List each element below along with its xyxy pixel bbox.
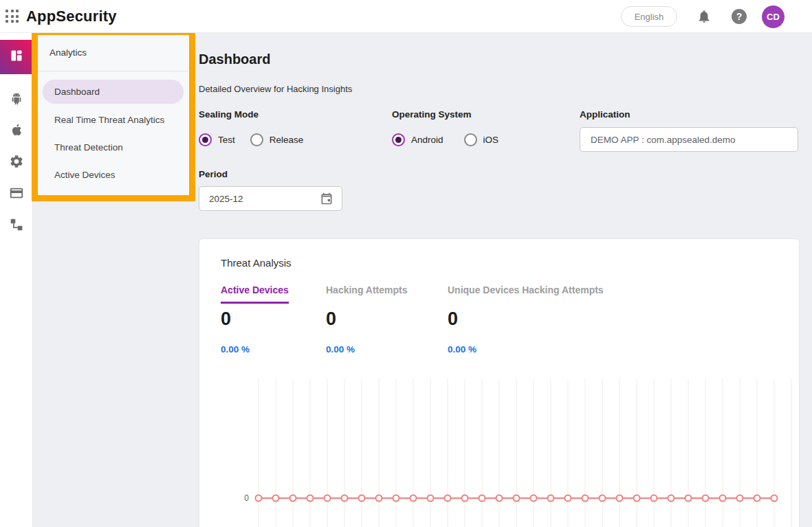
dashboard-icon — [10, 49, 23, 65]
line-chart: 0 — [199, 377, 799, 527]
sidebar-item-android[interactable] — [0, 84, 33, 115]
radio-ios[interactable] — [464, 133, 477, 146]
menu-item-dashboard[interactable]: Dashboard — [43, 80, 184, 104]
top-bar: AppSecurity English ? CD — [0, 0, 812, 33]
radio-android[interactable] — [392, 133, 405, 146]
operating-system-label: Operating System — [392, 109, 472, 120]
threat-analysis-card: Threat Analysis Active Devices Hacking A… — [199, 238, 800, 527]
period-value: 2025-12 — [209, 194, 320, 204]
language-label: English — [635, 12, 664, 22]
sidebar-item-dashboard[interactable] — [0, 40, 33, 74]
stat-value-unique-devices: 0 — [448, 309, 458, 330]
menu-item-threat-detection[interactable]: Threat Detection — [54, 142, 123, 153]
application-value: DEMO APP : com.appsealed.demo — [591, 135, 736, 145]
page: AppSecurity English ? CD — [0, 0, 812, 527]
menu-item-real-time-threat-analytics[interactable]: Real Time Threat Analytics — [54, 115, 164, 125]
period-label: Period — [199, 169, 228, 179]
radio-test[interactable] — [199, 133, 212, 146]
application-select[interactable]: DEMO APP : com.appsealed.demo — [580, 127, 798, 152]
language-selector[interactable]: English — [621, 6, 677, 27]
radio-android-label[interactable]: Android — [411, 135, 443, 145]
tab-hacking-attempts[interactable]: Hacking Attempts — [326, 284, 408, 302]
app-logo: AppSecurity — [26, 8, 117, 25]
user-avatar[interactable]: CD — [762, 5, 784, 28]
sidebar-item-billing[interactable] — [0, 179, 33, 210]
settings-gear-icon — [9, 154, 24, 172]
sidebar-item-hierarchy[interactable] — [0, 210, 33, 242]
help-glyph: ? — [736, 11, 743, 22]
calendar-icon[interactable] — [320, 192, 333, 205]
menu-header: Analytics — [50, 47, 87, 58]
tab-active-devices[interactable]: Active Devices — [221, 284, 289, 304]
stat-value-hacking-attempts: 0 — [326, 309, 336, 330]
stat-percent-active-devices: 0.00 % — [221, 344, 250, 355]
radio-release-label[interactable]: Release — [270, 135, 304, 145]
card-title: Threat Analysis — [221, 257, 292, 269]
application-label: Application — [580, 109, 630, 120]
menu-item-active-devices[interactable]: Active Devices — [54, 170, 116, 180]
notifications-bell-icon[interactable] — [696, 9, 712, 24]
icon-sidebar — [0, 33, 33, 527]
tab-unique-devices-hacking-attempts[interactable]: Unique Devices Hacking Attempts — [448, 284, 604, 302]
menu-item-dashboard-label: Dashboard — [54, 87, 100, 97]
apple-icon — [9, 122, 24, 140]
operating-system-radios: Android iOS — [392, 133, 498, 146]
svg-text:0: 0 — [244, 493, 249, 503]
app-grid-icon[interactable] — [6, 10, 19, 23]
stat-percent-hacking-attempts: 0.00 % — [326, 344, 355, 355]
avatar-initials: CD — [767, 12, 780, 22]
stat-value-active-devices: 0 — [221, 309, 231, 330]
analytics-menu-panel-highlight: Analytics Dashboard Real Time Threat Ana… — [32, 29, 195, 201]
sealing-mode-label: Sealing Mode — [199, 109, 259, 120]
radio-ios-label[interactable]: iOS — [483, 135, 499, 145]
sealing-mode-radios: Test Release — [199, 133, 303, 146]
menu-divider — [38, 71, 188, 71]
page-subtitle: Detailed Overview for Hacking Insights — [199, 84, 352, 94]
radio-test-label[interactable]: Test — [218, 135, 235, 145]
sidebar-item-settings[interactable] — [0, 147, 33, 179]
sitemap-icon — [10, 218, 23, 234]
sidebar-item-ios[interactable] — [0, 115, 33, 147]
android-icon — [9, 91, 24, 109]
stat-percent-unique-devices: 0.00 % — [448, 344, 476, 355]
credit-card-icon — [9, 186, 24, 203]
threat-analysis-chart[interactable]: 0 — [199, 377, 799, 527]
period-input[interactable]: 2025-12 — [199, 186, 342, 211]
radio-release[interactable] — [250, 133, 263, 146]
help-icon[interactable]: ? — [732, 9, 747, 24]
page-title: Dashboard — [199, 52, 270, 67]
